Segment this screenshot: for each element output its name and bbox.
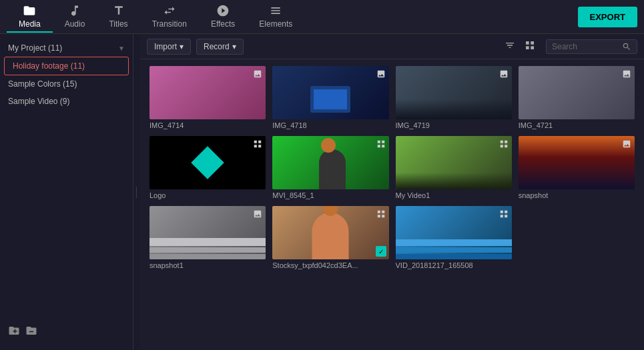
svg-rect-4: [377, 141, 380, 143]
svg-rect-15: [382, 215, 384, 217]
media-item-name: My Video1: [396, 191, 512, 199]
sidebar-samplevideo-label: Sample Video (9): [8, 97, 70, 106]
filter-icon[interactable]: [505, 40, 515, 53]
nav-label-audio: Audio: [65, 19, 85, 29]
media-item-name: snapshot1: [149, 261, 266, 269]
media-thumbnail: [519, 136, 635, 189]
media-type-icon: [621, 139, 632, 149]
folder-icon: [23, 4, 36, 17]
list-item[interactable]: VID_20181217_165508: [396, 206, 512, 269]
titles-icon: [112, 4, 125, 17]
svg-rect-7: [382, 145, 384, 147]
transition-icon: [163, 4, 176, 17]
nav-item-effects[interactable]: Effects: [199, 1, 247, 33]
list-item[interactable]: IMG_4719: [396, 66, 512, 129]
sidebar-myproject-label: My Project (11): [8, 43, 62, 53]
media-thumbnail: [149, 66, 266, 119]
svg-rect-8: [501, 141, 503, 143]
import-button[interactable]: Import ▾: [147, 39, 191, 55]
nav-label-titles: Titles: [109, 19, 127, 29]
list-item[interactable]: MVI_8545_1: [272, 136, 388, 199]
media-item-name: IMG_4721: [519, 121, 635, 129]
sidebar-bottom-actions: [0, 319, 133, 345]
list-item[interactable]: Logo: [149, 136, 266, 199]
elements-icon: [269, 4, 282, 17]
svg-rect-1: [258, 141, 261, 143]
media-type-icon: [376, 69, 386, 79]
remove-folder-button[interactable]: [25, 325, 37, 339]
record-button[interactable]: Record ▾: [196, 39, 244, 55]
record-label: Record: [204, 42, 230, 51]
main-body: My Project (11) ▼ Holiday footage (11) S…: [0, 34, 644, 350]
content-area: Import ▾ Record ▾: [140, 34, 644, 350]
svg-rect-17: [505, 211, 507, 213]
media-item-name: IMG_4719: [396, 121, 512, 129]
nav-item-audio[interactable]: Audio: [53, 1, 97, 33]
add-folder-button[interactable]: [8, 325, 20, 339]
svg-rect-9: [505, 141, 507, 143]
media-type-icon: [499, 209, 509, 219]
list-item[interactable]: ✓ Stocksy_txpfd042cd3EA...: [272, 206, 388, 269]
media-item-name: VID_20181217_165508: [396, 261, 512, 269]
search-input[interactable]: [552, 42, 619, 51]
nav-label-media: Media: [19, 19, 41, 29]
sidebar: My Project (11) ▼ Holiday footage (11) S…: [0, 34, 133, 350]
media-thumbnail: ✓: [272, 206, 388, 259]
media-thumbnail: [272, 66, 388, 119]
list-item[interactable]: IMG_4714: [149, 66, 266, 129]
record-chevron-icon: ▾: [232, 42, 236, 51]
svg-rect-5: [382, 141, 384, 143]
svg-rect-12: [377, 211, 380, 213]
media-item-name: Logo: [149, 191, 266, 199]
sidebar-item-samplecolors[interactable]: Sample Colors (15): [0, 75, 133, 93]
grid-view-icon[interactable]: [525, 40, 535, 53]
media-type-icon: [252, 209, 263, 219]
nav-label-effects: Effects: [211, 19, 235, 29]
import-label: Import: [154, 42, 177, 51]
svg-rect-13: [382, 211, 384, 213]
list-item[interactable]: IMG_4721: [519, 66, 635, 129]
media-grid: IMG_4714 IMG_4718: [140, 59, 644, 350]
effects-icon: [216, 4, 230, 17]
sidebar-item-myproject[interactable]: My Project (11) ▼: [0, 39, 133, 57]
media-type-icon: [376, 209, 386, 219]
resize-handle[interactable]: │: [133, 34, 140, 350]
top-navigation: Media Audio Titles Transition Effects El…: [0, 0, 644, 34]
media-thumbnail: [396, 206, 512, 259]
list-item[interactable]: snapshot: [519, 136, 635, 199]
list-item[interactable]: snapshot1: [149, 206, 266, 269]
list-item[interactable]: My Video1: [396, 136, 512, 199]
media-type-icon: [376, 139, 386, 149]
export-button[interactable]: EXPORT: [578, 7, 637, 27]
media-thumbnail: [149, 136, 266, 189]
media-item-name: snapshot: [519, 191, 635, 199]
svg-rect-18: [501, 215, 503, 217]
media-thumbnail: [519, 66, 635, 119]
svg-rect-14: [377, 215, 380, 217]
nav-item-media[interactable]: Media: [7, 1, 53, 33]
media-thumbnail: [149, 206, 266, 259]
import-chevron-icon: ▾: [180, 42, 184, 51]
person-body: [319, 149, 346, 189]
nav-item-elements[interactable]: Elements: [247, 1, 304, 33]
search-icon: [622, 42, 631, 51]
chevron-down-icon: ▼: [118, 45, 125, 52]
media-thumbnail: [272, 136, 388, 189]
nav-item-titles[interactable]: Titles: [97, 1, 139, 33]
media-type-icon: [252, 69, 263, 79]
media-type-icon: [499, 69, 509, 79]
media-item-name: IMG_4714: [149, 121, 266, 129]
svg-rect-2: [254, 145, 257, 147]
media-type-icon: [621, 69, 632, 79]
svg-rect-0: [254, 141, 257, 143]
list-item[interactable]: IMG_4718: [272, 66, 388, 129]
checked-icon: ✓: [376, 246, 386, 257]
media-type-icon: [499, 139, 509, 149]
sidebar-holiday-label: Holiday footage (11): [13, 61, 85, 71]
sidebar-item-samplevideo[interactable]: Sample Video (9): [0, 93, 133, 110]
media-type-icon: [252, 139, 263, 149]
sidebar-samplecolors-label: Sample Colors (15): [8, 79, 77, 89]
nav-item-transition[interactable]: Transition: [140, 1, 199, 33]
sidebar-item-holiday[interactable]: Holiday footage (11): [4, 57, 129, 75]
media-thumbnail: [396, 136, 512, 189]
